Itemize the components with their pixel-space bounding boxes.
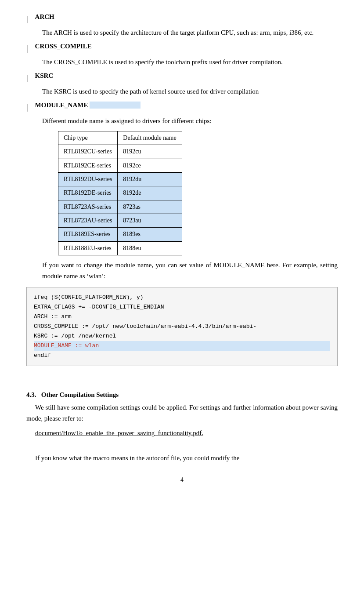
cross-compile-body: The CROSS_COMPILE is used to specify the… — [42, 57, 338, 68]
table-row: RTL8189ES-series8189es — [58, 228, 182, 241]
table-cell-name: 8192ce — [118, 159, 182, 172]
chip-table: Chip type Default module name RTL8192CU-… — [58, 131, 182, 256]
cross-compile-title: CROSS_COMPILE — [35, 43, 92, 50]
module-name-post: If you want to change the module name, y… — [42, 260, 338, 282]
code-line: CROSS_COMPILE := /opt/ new/toolchain/arm… — [34, 322, 330, 331]
arch-bullet: | — [26, 14, 28, 25]
table-row: RTL8192CU-series8192cu — [58, 145, 182, 159]
table-cell-chip: RTL8723AS-series — [58, 200, 118, 214]
table-row: RTL8192CE-series8192ce — [58, 159, 182, 172]
table-cell-name: 8189es — [118, 228, 182, 241]
code-line: EXTRA_CFLAGS += -DCONFIG_LITTLE_ENDIAN — [34, 302, 330, 312]
table-cell-name: 8192de — [118, 186, 182, 200]
ksrc-bullet: | — [26, 73, 28, 84]
section-43-body1: We still have some compilation settings … — [26, 402, 338, 424]
ksrc-body-text: The KSRC is used to specify the path of … — [42, 86, 338, 97]
table-cell-name: 8723as — [118, 200, 182, 214]
arch-section-item: | ARCH — [26, 13, 338, 25]
arch-body-text: The ARCH is used to specify the architec… — [42, 27, 338, 38]
cross-compile-body-text: The CROSS_COMPILE is used to specify the… — [42, 57, 338, 68]
cross-compile-bullet: | — [26, 43, 28, 54]
arch-title: ARCH — [35, 13, 54, 21]
code-line: MODULE_NAME := wlan — [34, 341, 330, 351]
table-cell-chip: RTL8188EU-series — [58, 241, 118, 255]
section-43-title: 4.3. Other Compilation Settings — [26, 391, 338, 399]
section-43-link-text[interactable]: document/HowTo_enable_the_power_saving_f… — [35, 429, 203, 436]
table-cell-chip: RTL8192CE-series — [58, 159, 118, 172]
chip-table-body: RTL8192CU-series8192cuRTL8192CE-series81… — [58, 145, 182, 255]
section-43-link: document/HowTo_enable_the_power_saving_f… — [26, 428, 338, 439]
ksrc-title: KSRC — [35, 72, 54, 80]
module-name-body: Different module name is assigned to dri… — [42, 116, 338, 282]
code-line: endif — [34, 351, 330, 360]
table-header-row: Chip type Default module name — [58, 131, 182, 145]
table-cell-chip: RTL8192CU-series — [58, 145, 118, 159]
code-line: ARCH := arm — [34, 312, 330, 322]
table-cell-chip: RTL8192DE-series — [58, 186, 118, 200]
code-line: ifeq ($(CONFIG_PLATFORM_NEW), y) — [34, 293, 330, 302]
table-row: RTL8723AS-series8723as — [58, 200, 182, 214]
code-block: ifeq ($(CONFIG_PLATFORM_NEW), y)EXTRA_CF… — [26, 287, 338, 367]
module-name-section-item: | MODULE_NAME — [26, 102, 338, 113]
section-43-number: 4.3. — [26, 391, 36, 398]
table-cell-chip: RTL8192DU-series — [58, 172, 118, 186]
section-43-body2: If you know what the macro means in the … — [26, 453, 338, 464]
page-number: 4 — [26, 476, 338, 483]
code-line: KSRC := /opt /new/kernel — [34, 331, 330, 341]
table-row: RTL8192DU-series8192du — [58, 172, 182, 186]
table-cell-name: 8192du — [118, 172, 182, 186]
table-cell-name: 8723au — [118, 214, 182, 228]
table-cell-name: 8188eu — [118, 241, 182, 255]
table-row: RTL8188EU-series8188eu — [58, 241, 182, 255]
table-cell-chip: RTL8189ES-series — [58, 228, 118, 241]
module-name-bullet: | — [26, 102, 28, 113]
table-cell-chip: RTL8723AU-series — [58, 214, 118, 228]
cross-compile-section-item: | CROSS_COMPILE — [26, 43, 338, 54]
module-name-title: MODULE_NAME — [35, 102, 141, 109]
table-cell-name: 8192cu — [118, 145, 182, 159]
module-name-pre: Different module name is assigned to dri… — [42, 116, 338, 127]
table-header-name: Default module name — [118, 131, 182, 145]
section-43-heading: Other Compilation Settings — [41, 391, 119, 398]
arch-body: The ARCH is used to specify the architec… — [42, 27, 338, 38]
table-row: RTL8192DE-series8192de — [58, 186, 182, 200]
section-43-body: We still have some compilation settings … — [26, 402, 338, 463]
ksrc-body: The KSRC is used to specify the path of … — [42, 86, 338, 97]
table-header-chip: Chip type — [58, 131, 118, 145]
module-name-highlight — [90, 102, 141, 109]
ksrc-section-item: | KSRC — [26, 72, 338, 84]
table-row: RTL8723AU-series8723au — [58, 214, 182, 228]
page-content: | ARCH The ARCH is used to specify the a… — [26, 13, 338, 483]
